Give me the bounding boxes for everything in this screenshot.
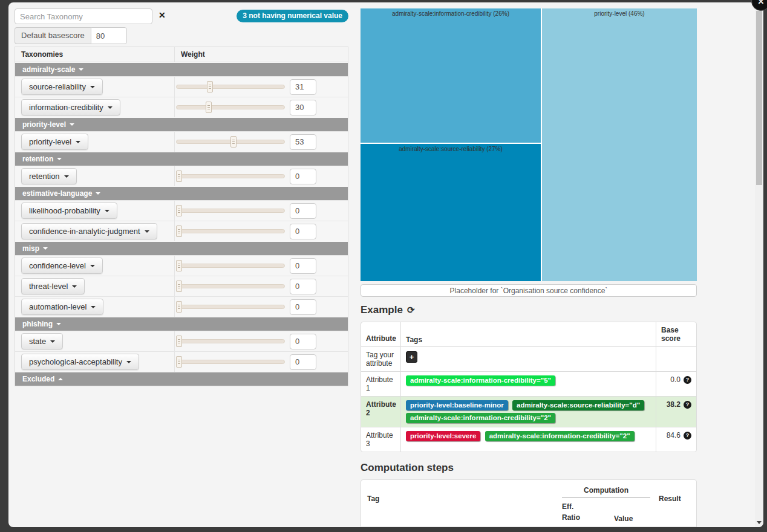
example-row-attribute-1: Attribute 1 admiralty-scale:information-… — [361, 371, 696, 396]
group-label: retention — [22, 155, 53, 163]
scrollbar-thumb[interactable] — [756, 11, 762, 185]
group-header-admiralty-scale[interactable]: admiralty-scale — [15, 62, 348, 76]
weight-input[interactable] — [290, 203, 316, 219]
slider-handle[interactable] — [206, 102, 212, 113]
slider-handle[interactable] — [176, 205, 182, 216]
caret-down-icon — [50, 340, 55, 343]
weight-input[interactable] — [290, 169, 316, 184]
weight-slider[interactable] — [176, 360, 285, 364]
group-label: admiralty-scale — [22, 65, 75, 74]
taxonomy-dropdown-confidence-level[interactable]: confidence-level — [21, 258, 103, 274]
slider-handle[interactable] — [176, 336, 182, 347]
group-header-misp[interactable]: misp — [15, 241, 348, 255]
attribute-column-header: Attribute — [361, 322, 401, 346]
weight-slider[interactable] — [176, 229, 285, 233]
taxonomy-dropdown-priority-level[interactable]: priority-level — [21, 134, 88, 150]
slider-handle[interactable] — [176, 170, 182, 182]
tag-chip: priority-level:severe — [406, 431, 480, 441]
base-score-column-header: Base score — [656, 322, 696, 346]
slider-handle[interactable] — [230, 136, 237, 148]
computation-column-header: Computation — [562, 486, 650, 498]
slider-handle[interactable] — [176, 356, 182, 368]
group-label: misp — [22, 244, 39, 253]
weight-input[interactable] — [290, 279, 316, 294]
taxonomy-dropdown-retention[interactable]: retention — [21, 168, 77, 184]
weight-input[interactable] — [290, 134, 316, 150]
value-column-header: Value — [614, 501, 650, 523]
slider-handle[interactable] — [176, 301, 182, 313]
group-header-priority-level[interactable]: priority-level — [15, 117, 348, 131]
search-input[interactable] — [15, 8, 152, 24]
treemap-cell-information-credibility: admiralty-scale:information-credibility … — [361, 8, 541, 143]
taxonomy-row: threat-level — [15, 276, 348, 296]
caret-down-icon — [91, 306, 96, 308]
weight-slider[interactable] — [176, 339, 285, 343]
caret-down-icon — [64, 175, 69, 178]
scroll-down-arrow-icon[interactable] — [757, 521, 762, 524]
taxonomy-label: information-credibility — [29, 103, 103, 112]
group-header-excluded[interactable]: Excluded — [15, 372, 348, 386]
taxonomy-dropdown-confidence-in-analytic-judgment[interactable]: confidence-in-analytic-judgment — [21, 223, 157, 239]
taxonomy-dropdown-threat-level[interactable]: threat-level — [21, 278, 85, 294]
taxonomy-dropdown-information-credibility[interactable]: information-credibility — [21, 99, 120, 115]
caret-down-icon — [90, 86, 95, 88]
score-cell — [656, 347, 696, 371]
taxonomy-row: psychological-acceptability — [15, 351, 348, 372]
weight-input[interactable] — [290, 100, 316, 115]
taxonomy-dropdown-likelihood-probability[interactable]: likelihood-probability — [21, 203, 117, 219]
weight-slider[interactable] — [176, 174, 285, 178]
result-column-header: Result — [650, 486, 696, 523]
weight-slider[interactable] — [176, 140, 285, 144]
default-basescore-group: Default basescore — [15, 27, 127, 44]
caret-down-icon — [57, 158, 62, 160]
group-header-estimative-language[interactable]: estimative-language — [15, 186, 348, 200]
weight-slider[interactable] — [176, 85, 285, 89]
group-header-retention[interactable]: retention — [15, 152, 348, 166]
default-basescore-input[interactable] — [91, 27, 127, 44]
tag-chip: admiralty-scale:source-reliability="d" — [512, 400, 644, 410]
weight-slider[interactable] — [176, 105, 285, 109]
example-title-text: Example — [361, 304, 403, 316]
slider-handle[interactable] — [207, 81, 213, 92]
group-label: phishing — [22, 320, 53, 328]
taxonomy-dropdown-source-reliability[interactable]: source-reliability — [21, 79, 103, 95]
question-icon[interactable]: ? — [684, 401, 691, 409]
weight-input[interactable] — [290, 224, 316, 239]
add-tag-button[interactable]: + — [406, 351, 417, 363]
taxonomy-dropdown-automation-level[interactable]: automation-level — [21, 299, 103, 315]
question-icon[interactable]: ? — [684, 376, 691, 384]
weight-input[interactable] — [290, 299, 316, 315]
computation-table-header: Tag Computation Eff. Ratio Value Result — [361, 480, 696, 527]
refresh-icon[interactable]: ⟳ — [407, 305, 415, 316]
weight-slider[interactable] — [176, 305, 285, 309]
taxonomy-row: likelihood-probability — [15, 200, 348, 221]
taxonomy-label: confidence-level — [29, 261, 86, 270]
decay-tool-modal: ✕ 3 not having numerical value Default b… — [8, 2, 763, 527]
question-icon[interactable]: ? — [684, 432, 691, 440]
example-row-attribute-2: Attribute 2 priority-level:baseline-mino… — [361, 396, 696, 427]
close-icon: ✕ — [758, 0, 765, 6]
caret-down-icon — [72, 285, 77, 288]
treemap-cell-label: priority-level (46%) — [542, 10, 697, 17]
slider-handle[interactable] — [176, 281, 182, 292]
clear-search-icon[interactable]: ✕ — [158, 10, 166, 20]
group-header-phishing[interactable]: phishing — [15, 317, 348, 331]
attribute-cell: Tag your attribute — [361, 347, 401, 371]
taxonomy-dropdown-psychological-acceptability[interactable]: psychological-acceptability — [21, 354, 139, 370]
taxonomy-dropdown-state[interactable]: state — [21, 333, 63, 349]
ratio-label: Ratio — [562, 513, 580, 522]
attribute-cell: Attribute 1 — [361, 372, 401, 396]
weight-slider[interactable] — [176, 209, 285, 213]
slider-handle[interactable] — [176, 225, 182, 237]
taxonomies-column-header: Taxonomies — [15, 47, 175, 62]
weight-input[interactable] — [290, 334, 316, 349]
weight-slider[interactable] — [176, 284, 285, 288]
weight-slider[interactable] — [176, 264, 285, 268]
tags-column-header: Tags — [401, 322, 656, 346]
slider-handle[interactable] — [176, 260, 182, 271]
modal-scrollbar[interactable] — [755, 2, 763, 527]
eff-label: Eff. — [562, 502, 573, 511]
weight-input[interactable] — [290, 354, 316, 370]
weight-input[interactable] — [290, 79, 316, 95]
weight-input[interactable] — [290, 258, 316, 274]
